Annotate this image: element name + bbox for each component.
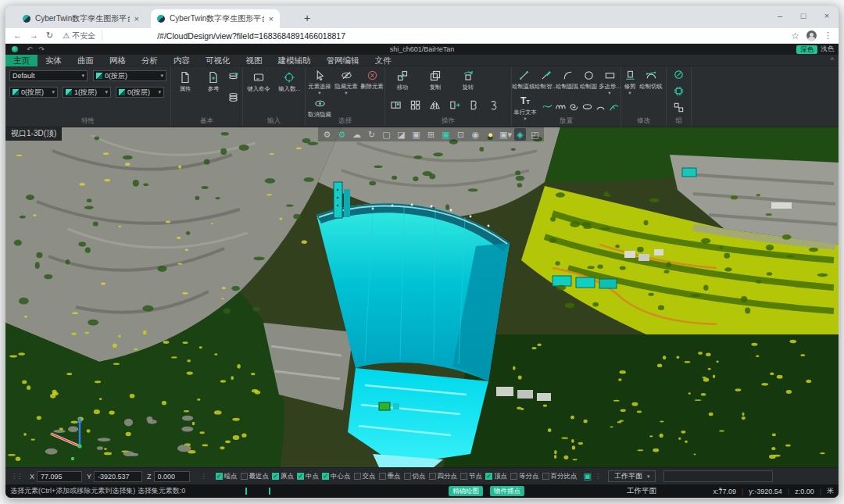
reload-icon[interactable]: ↻ <box>46 30 53 41</box>
theme-light-button[interactable]: 浅色 <box>821 45 834 54</box>
link-cubes-icon[interactable] <box>673 102 685 113</box>
drag-handle[interactable]: ⋮⋮ <box>11 474 22 479</box>
browser-tab-2[interactable]: CyberTwin数字孪生图形平台 × <box>151 9 280 28</box>
linetype-dropdown[interactable]: 1(按层)▾ <box>63 87 111 98</box>
render-settings-icon[interactable]: ⚙ <box>336 128 348 141</box>
viewport-3d[interactable]: 视口1-3D(顶) ⚙⚙☁↻▢◪▣⊞▣⊡◉●▣▾◈◰ <box>5 127 839 467</box>
close-tab-icon[interactable]: × <box>269 14 274 23</box>
spline-edit-icon[interactable] <box>488 99 499 111</box>
view-wireframe-icon[interactable]: ⊡ <box>455 128 467 141</box>
draw-arc-button[interactable]: 绘制圆弧 <box>556 70 579 91</box>
hide-element-button[interactable]: 隐藏元素▾ <box>332 70 360 95</box>
checkbox-icon[interactable] <box>404 473 411 480</box>
input-number-button[interactable]: 输入数... <box>275 71 303 93</box>
snap-option-0[interactable]: ✓端点 <box>216 472 238 481</box>
display-mode-icon[interactable]: ◈ <box>514 128 526 141</box>
bookmark-star-icon[interactable]: ☆ <box>791 30 799 41</box>
snap-option-8[interactable]: 四分点 <box>429 472 458 481</box>
snap-option-12[interactable]: 百分比点 <box>542 472 578 481</box>
menu-item-6[interactable]: 可视化 <box>198 55 238 66</box>
settings-gears-icon[interactable]: ⚙ <box>321 128 333 141</box>
view-front-icon[interactable]: ▣ <box>410 128 422 141</box>
drag-handle[interactable]: ⋮ <box>595 474 600 479</box>
element-select-button[interactable]: 元素选择▾ <box>306 70 334 95</box>
checkbox-checked-icon[interactable]: ✓ <box>322 473 329 480</box>
branch-curve-icon[interactable] <box>608 101 620 113</box>
menu-item-5[interactable]: 内容 <box>166 55 198 66</box>
snap-option-1[interactable]: 最近点 <box>241 472 270 481</box>
camera-icon[interactable]: ◉ <box>470 128 481 141</box>
screen-icon[interactable]: ▢ <box>381 128 392 141</box>
menu-item-7[interactable]: 视图 <box>238 55 270 66</box>
profile-avatar[interactable] <box>806 30 817 41</box>
screen-select-icon[interactable]: ◪ <box>395 128 407 141</box>
type-command-button[interactable]: 键入命令 <box>245 71 273 93</box>
close-button[interactable]: × <box>815 5 839 28</box>
mirror-icon[interactable] <box>429 99 441 111</box>
snap-option-3[interactable]: ✓中点 <box>297 472 319 481</box>
draw-smartline-button[interactable]: 绘制智... <box>534 70 557 91</box>
unit-label[interactable]: 米 <box>827 486 834 496</box>
view-shaded-icon[interactable]: ▣ <box>440 128 452 141</box>
theme-dark-button[interactable]: 深色 <box>796 45 817 54</box>
menu-item-10[interactable]: 文件 <box>367 55 399 66</box>
light-icon[interactable]: ● <box>485 128 496 141</box>
menu-item-0[interactable]: 主页 <box>5 55 38 66</box>
snap-option-5[interactable]: 交点 <box>354 472 376 481</box>
checkbox-icon[interactable] <box>542 473 549 480</box>
spring-icon[interactable] <box>555 101 567 113</box>
draw-line-button[interactable]: 绘制直线 <box>512 70 535 91</box>
url-text[interactable]: /#/CloudDesign/view?fileId=1683684891466… <box>157 31 345 41</box>
menu-item-3[interactable]: 网格 <box>102 55 134 66</box>
snap-option-10[interactable]: ✓顶点 <box>485 472 507 481</box>
menu-item-1[interactable]: 实体 <box>38 55 70 66</box>
arc-segment-icon[interactable] <box>595 101 606 113</box>
draw-circle-button[interactable]: 绘制圆 <box>578 70 599 91</box>
object-snap-button[interactable]: 物件捕点 <box>490 486 524 496</box>
region-icon[interactable] <box>468 99 480 111</box>
offset-icon[interactable] <box>449 99 460 111</box>
style-dropdown[interactable]: Default▾ <box>9 70 88 81</box>
z-coord-input[interactable] <box>154 471 190 482</box>
snap-option-9[interactable]: 节点 <box>460 472 482 481</box>
browser-tab-1[interactable]: CyberTwin数字孪生图形平台 × <box>16 9 145 28</box>
browser-menu-icon[interactable]: ⋮ <box>824 30 832 41</box>
checkbox-icon[interactable] <box>354 473 361 480</box>
snap-cube-icon[interactable]: ▣ <box>584 471 592 481</box>
maximize-button[interactable]: □ <box>792 5 815 28</box>
menu-item-9[interactable]: 管网编辑 <box>319 55 367 66</box>
lineweight-dropdown[interactable]: 0(按层)▾ <box>116 87 164 98</box>
checkbox-checked-icon[interactable]: ✓ <box>272 473 279 480</box>
security-chip[interactable]: ⚠ 不安全 <box>63 30 102 41</box>
move-button[interactable]: 移动 <box>388 70 417 91</box>
y-coord-input[interactable] <box>94 471 142 482</box>
new-tab-button[interactable]: + <box>304 12 310 24</box>
layer-dropdown[interactable]: 0(按层)▾ <box>93 70 166 81</box>
sync-view-icon[interactable]: ↻ <box>366 128 377 141</box>
checkbox-icon[interactable] <box>379 473 386 480</box>
cloud-settings-icon[interactable]: ☁ <box>351 128 363 141</box>
ellipse-icon[interactable] <box>581 101 593 113</box>
pen-circle-icon[interactable] <box>673 69 685 80</box>
workplane-status-dropdown[interactable]: 工作平面 ▾ <box>627 486 722 496</box>
snap-option-7[interactable]: 切点 <box>404 472 426 481</box>
spiral-icon[interactable] <box>568 101 580 113</box>
layer-stack-icon[interactable] <box>227 91 239 103</box>
snap-option-6[interactable]: 垂点 <box>379 472 401 481</box>
color-dropdown[interactable]: 0(按层)▾ <box>9 87 58 98</box>
align-window-icon[interactable] <box>390 99 402 111</box>
menu-item-8[interactable]: 建模辅助 <box>270 55 319 66</box>
view-cube-menu-icon[interactable]: ▣▾ <box>499 128 511 141</box>
axis-cube-icon[interactable]: ◰ <box>529 128 541 141</box>
attribute-button[interactable]: 属性 <box>171 71 199 93</box>
array-grid-icon[interactable] <box>409 99 421 111</box>
wave-curve-icon[interactable] <box>542 101 553 113</box>
snap-option-4[interactable]: ✓中心点 <box>322 472 351 481</box>
workplane-dropdown[interactable]: 工作平面 ▾ <box>608 470 656 482</box>
menu-item-2[interactable]: 曲面 <box>70 55 102 66</box>
workplane-input[interactable] <box>663 470 773 482</box>
draw-tangent-button[interactable]: 绘制切线 <box>635 70 667 91</box>
rotate-button[interactable]: 旋转 <box>454 70 482 91</box>
layers-icon[interactable] <box>227 71 239 83</box>
checkbox-icon[interactable] <box>460 473 467 480</box>
